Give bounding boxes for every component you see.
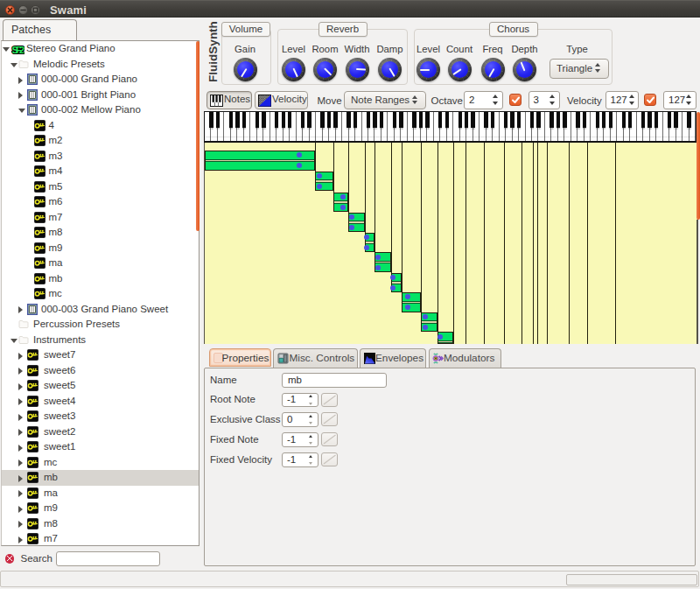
tree-scrollbar[interactable] <box>196 41 200 231</box>
picker-button[interactable] <box>321 452 339 466</box>
velocity-spinner[interactable]: 127 <box>606 91 640 109</box>
black-key[interactable] <box>399 112 402 128</box>
expander-right-icon[interactable] <box>18 92 23 99</box>
tree-item-mc[interactable]: mc <box>2 455 199 471</box>
spinner-fixed-note[interactable]: -1 <box>282 432 318 447</box>
expander-right-icon[interactable] <box>18 490 23 497</box>
tree-item-m3[interactable]: m3 <box>2 149 199 165</box>
expander-right-icon[interactable] <box>18 306 23 313</box>
tree-item-000-003-grand-piano-sweet[interactable]: 000-003 Grand Piano Sweet <box>2 302 199 318</box>
tree-item-m9[interactable]: m9 <box>2 501 199 516</box>
tree-item-m8[interactable]: m8 <box>2 516 199 532</box>
black-key[interactable] <box>412 112 416 128</box>
black-key[interactable] <box>425 112 429 128</box>
knob-chorus-depth[interactable] <box>513 58 536 81</box>
black-key[interactable] <box>438 112 442 128</box>
knob-volume-gain[interactable] <box>234 58 257 81</box>
black-key[interactable] <box>333 112 337 128</box>
black-key[interactable] <box>419 112 423 128</box>
tree-item-m9[interactable]: m9 <box>2 241 199 256</box>
velocity-toggle-button[interactable]: Velocity <box>255 91 308 109</box>
tree-item-mc[interactable]: mc <box>2 286 199 302</box>
tab-properties[interactable]: Properties <box>209 348 271 367</box>
black-key[interactable] <box>288 112 291 128</box>
black-key[interactable] <box>320 112 324 128</box>
tree-item-m6[interactable]: m6 <box>2 194 199 210</box>
expander-right-icon[interactable] <box>18 398 23 405</box>
black-key[interactable] <box>393 112 396 128</box>
notes-toggle-button[interactable]: Notes <box>206 91 252 109</box>
black-key[interactable] <box>556 112 560 128</box>
black-key[interactable] <box>576 112 579 128</box>
knob-chorus-freq[interactable] <box>481 58 505 81</box>
black-key[interactable] <box>583 112 586 128</box>
black-key[interactable] <box>373 112 376 128</box>
spinner-arrows-icon[interactable] <box>306 453 318 466</box>
expander-right-icon[interactable] <box>18 353 23 360</box>
expander-down-icon[interactable] <box>10 339 18 343</box>
octave2-spinner[interactable]: 3 <box>528 91 560 109</box>
root-note-dot[interactable] <box>375 255 381 260</box>
black-key[interactable] <box>262 112 265 128</box>
expander-right-icon[interactable] <box>18 475 23 482</box>
black-key[interactable] <box>458 112 462 128</box>
black-key[interactable] <box>275 112 278 128</box>
black-key[interactable] <box>327 112 331 128</box>
root-note-dot[interactable] <box>340 205 346 210</box>
expander-right-icon[interactable] <box>18 414 23 421</box>
name-entry[interactable]: mb <box>282 373 387 388</box>
tree-item-m8[interactable]: m8 <box>2 225 199 241</box>
root-note-dot[interactable] <box>349 225 354 230</box>
spinner-arrows-icon[interactable] <box>306 433 318 446</box>
picker-button[interactable] <box>321 412 339 426</box>
black-key[interactable] <box>346 112 350 128</box>
knob-chorus-count[interactable] <box>448 58 472 81</box>
spinner-arrows-icon[interactable] <box>306 413 318 426</box>
spinner-exclusive-class[interactable]: 0 <box>282 412 318 427</box>
canvas-scrollbar[interactable] <box>696 112 700 220</box>
expander-right-icon[interactable] <box>18 536 23 543</box>
tree-item-percussion-presets[interactable]: Percussion Presets <box>2 317 199 333</box>
tree-item-000-002-mellow-piano[interactable]: 000-002 Mellow Piano <box>2 102 199 118</box>
black-key[interactable] <box>517 112 521 128</box>
black-key[interactable] <box>622 112 626 128</box>
black-key[interactable] <box>242 112 246 128</box>
tree-item-sweet2[interactable]: sweet2 <box>2 424 199 440</box>
tree-item-4[interactable]: 4 <box>2 118 199 134</box>
black-key[interactable] <box>530 112 534 128</box>
black-key[interactable] <box>641 112 645 128</box>
tree-item-ma[interactable]: ma <box>2 486 199 501</box>
move-mode-combo[interactable]: Note Ranges <box>344 91 426 109</box>
spinner-arrows-icon[interactable] <box>306 394 318 407</box>
tree-item-sweet3[interactable]: sweet3 <box>2 409 199 424</box>
black-key[interactable] <box>301 112 304 128</box>
maximize-icon[interactable] <box>31 5 40 15</box>
black-key[interactable] <box>367 112 370 128</box>
expander-right-icon[interactable] <box>18 429 23 436</box>
black-key[interactable] <box>465 112 468 128</box>
velocity2-spinner[interactable]: 127 <box>663 91 696 109</box>
expander-right-icon[interactable] <box>18 506 23 513</box>
black-key[interactable] <box>484 112 487 128</box>
tree-item-sweet7[interactable]: sweet7 <box>2 347 199 363</box>
black-key[interactable] <box>609 112 612 128</box>
tree-item-stereo-grand-piano[interactable]: SF2SF2Stereo Grand Piano <box>2 41 199 57</box>
black-key[interactable] <box>563 112 566 128</box>
black-key[interactable] <box>687 112 690 128</box>
knob-reverb-level[interactable] <box>282 58 305 81</box>
search-clear-icon[interactable] <box>5 554 15 564</box>
tree-item-m7[interactable]: m7 <box>2 210 199 226</box>
root-note-dot[interactable] <box>340 194 346 200</box>
black-key[interactable] <box>354 112 357 128</box>
tab-modulators[interactable]: Modulators <box>429 348 501 368</box>
expander-right-icon[interactable] <box>18 521 23 528</box>
tree-item-000-001-bright-piano[interactable]: 000-001 Bright Piano <box>2 88 199 103</box>
tree-item-instruments[interactable]: Instruments <box>2 333 199 348</box>
tree-item-sweet5[interactable]: sweet5 <box>2 378 199 394</box>
spinner-arrows-icon[interactable] <box>683 92 696 109</box>
black-key[interactable] <box>445 112 449 128</box>
black-key[interactable] <box>668 112 671 128</box>
tree-item-ma[interactable]: ma <box>2 256 199 271</box>
black-key[interactable] <box>282 112 285 128</box>
note-range-canvas[interactable] <box>204 143 698 344</box>
